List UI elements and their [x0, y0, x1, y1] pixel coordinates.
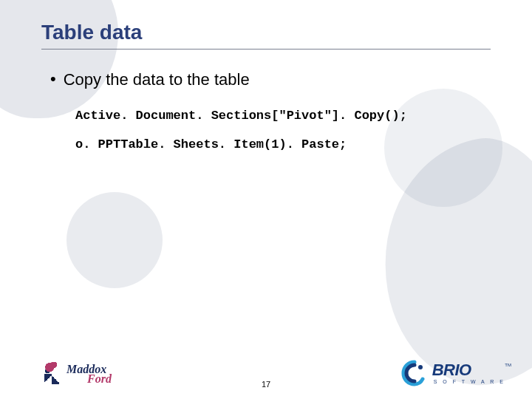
bullet-item: • Copy the data to the table — [50, 70, 491, 89]
slide-content: Table data • Copy the data to the table … — [0, 0, 532, 187]
code-line: o. PPTTable. Sheets. Item(1). Paste; — [75, 137, 491, 151]
decorative-shape — [66, 192, 163, 288]
code-line: Active. Document. Sections["Pivot"]. Cop… — [75, 109, 491, 123]
svg-point-0 — [418, 365, 423, 369]
maddox-ford-wordmark: Maddox Ford — [66, 364, 112, 384]
brio-swirl-icon — [401, 360, 428, 386]
brio-logo: BRIO S O F T W A R E TM — [401, 360, 505, 386]
logo-text-brio: BRIO — [432, 362, 505, 378]
maddox-ford-logo-icon — [41, 362, 62, 384]
bullet-text: Copy the data to the table — [64, 70, 250, 89]
footer: Maddox Ford BRIO S O F T W A R E TM — [0, 353, 532, 399]
slide-title: Table data — [41, 21, 491, 44]
brio-wordmark: BRIO S O F T W A R E TM — [432, 362, 505, 384]
title-underline — [41, 49, 491, 50]
logo-text-software: S O F T W A R E — [434, 379, 505, 384]
code-block: Active. Document. Sections["Pivot"]. Cop… — [75, 109, 491, 151]
logo-text-ford: Ford — [87, 374, 112, 384]
maddox-ford-logo: Maddox Ford — [41, 362, 112, 384]
bullet-dot-icon: • — [50, 70, 56, 89]
trademark-icon: TM — [505, 363, 511, 367]
